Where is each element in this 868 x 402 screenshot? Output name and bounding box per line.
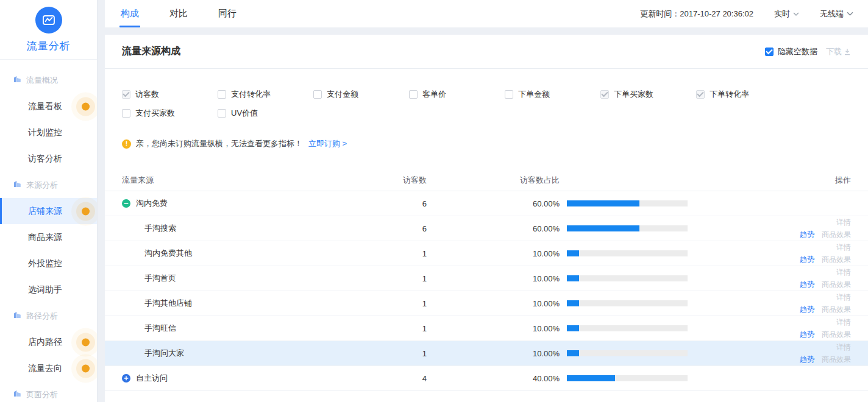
source-label: 手淘旺信 [144,323,176,334]
op-detail-link[interactable]: 详情 [836,241,851,253]
checkbox-icon [122,109,130,118]
sidebar-section: 路径分析 [0,303,97,329]
collapse-toggle-icon[interactable] [122,199,130,208]
column-header-visitors: 访客数 [390,175,427,186]
operations-cell: 详情趋势商品效果 [688,341,868,365]
op-trend-link[interactable]: 趋势 [800,228,814,241]
download-link[interactable]: 下载 [826,46,851,57]
sidebar-item[interactable]: 店铺来源 [0,198,97,224]
op-trend-link[interactable]: 趋势 [800,253,814,266]
sidebar-item[interactable]: 计划监控 [0,119,97,146]
sidebar-item-label: 选词助手 [28,284,62,295]
sidebar-item[interactable]: 流量去向 [0,355,97,381]
visitors-value: 1 [390,249,427,258]
source-label: 手淘首页 [144,273,176,284]
metric-checkbox[interactable]: 访客数 [122,89,218,100]
expand-toggle-icon[interactable] [122,374,130,383]
topbar: 构成对比同行 更新时间：2017-10-27 20:36:02 实时 无线端 [105,0,868,27]
ratio-bar [567,300,688,306]
sidebar-item-label: 店内路径 [28,337,62,348]
metric-checkbox[interactable]: 支付转化率 [218,89,313,100]
metric-label: UV价值 [231,108,258,119]
source-cell: 自主访问 [105,373,390,384]
update-time: 更新时间：2017-10-27 20:36:02 [640,9,753,19]
sidebar-item[interactable]: 选词助手 [0,277,97,303]
ops-second-row: 趋势商品效果 [800,328,851,340]
op-product-effect-link[interactable]: 商品效果 [822,278,851,291]
op-detail-link[interactable]: 详情 [836,216,851,228]
ratio-value: 10.00% [427,274,560,283]
section-icon [13,180,21,189]
ratio-cell: 10.00% [427,274,688,283]
op-product-effect-link[interactable]: 商品效果 [822,328,851,340]
op-trend-link[interactable]: 趋势 [800,328,814,340]
sidebar-item-label: 流量看板 [28,101,62,112]
notification-dot-icon [82,102,90,110]
source-label: 淘内免费其他 [144,248,192,259]
realtime-dropdown-label: 实时 [774,9,790,19]
metric-checkbox[interactable]: UV价值 [218,108,313,119]
download-label: 下载 [826,46,842,57]
sidebar-item-label: 外投监控 [28,258,62,269]
ratio-value: 40.00% [427,374,560,383]
device-dropdown[interactable]: 无线端 [820,9,853,19]
op-detail-link[interactable]: 详情 [836,266,851,278]
op-trend-link[interactable]: 趋势 [800,303,814,316]
section-icon [13,76,21,85]
checkbox-icon [505,90,513,99]
table-header-row: 流量来源 访客数 访客数占比 操作 [105,170,868,191]
realtime-dropdown[interactable]: 实时 [774,9,799,19]
op-detail-link[interactable]: 详情 [836,291,851,303]
tab-bar: 构成对比同行 [121,0,237,27]
ratio-bar [567,275,688,281]
op-trend-link[interactable]: 趋势 [800,278,814,291]
source-cell: 手淘旺信 [105,323,390,334]
metric-checkbox[interactable]: 客单价 [409,89,505,100]
metric-checkbox[interactable]: 支付金额 [313,89,409,100]
op-trend-link[interactable]: 趋势 [800,353,814,365]
op-product-effect-link[interactable]: 商品效果 [822,228,851,241]
hide-empty-data-checkbox[interactable]: 隐藏空数据 [765,46,817,57]
app-root: 流量分析 流量概况流量看板计划监控访客分析来源分析店铺来源商品来源外投监控选词助… [0,0,868,402]
sidebar-item[interactable]: 流量看板 [0,93,97,119]
tab-item[interactable]: 对比 [169,0,188,27]
op-product-effect-link[interactable]: 商品效果 [822,253,851,266]
ratio-cell: 40.00% [427,374,688,383]
metric-checkbox[interactable]: 下单转化率 [696,89,792,100]
metric-checkbox[interactable]: 下单金额 [505,89,600,100]
column-header-operations: 操作 [688,175,868,186]
column-header-source: 流量来源 [105,175,390,186]
metric-label: 访客数 [135,89,159,100]
operations-cell: 详情趋势商品效果 [688,241,868,266]
ratio-bar-fill [567,300,579,306]
op-product-effect-link[interactable]: 商品效果 [822,353,851,365]
checkbox-icon [696,90,705,99]
subscribe-now-link[interactable]: 立即订购 > [308,138,347,149]
sidebar-section: 页面分析 [0,381,97,402]
app-logo[interactable]: 流量分析 [0,0,97,60]
op-detail-link[interactable]: 详情 [836,316,851,328]
ops-second-row: 趋势商品效果 [800,303,851,316]
notice-text: 亲，您尚未订购流量纵横，无法查看更多指标！ [136,138,302,149]
visitors-value: 1 [390,274,427,283]
panel-header: 流量来源构成 隐藏空数据 下载 [105,35,868,69]
tab-active[interactable]: 构成 [121,0,139,27]
source-cell: 手淘问大家 [105,348,390,359]
device-dropdown-label: 无线端 [820,9,844,19]
sidebar-item-label: 商品来源 [28,232,62,243]
notification-dot-icon [82,364,90,372]
sidebar-section-label: 来源分析 [26,180,58,191]
op-product-effect-link[interactable]: 商品效果 [822,303,851,316]
sidebar-item[interactable]: 访客分析 [0,146,97,172]
source-label: 淘内免费 [136,198,168,209]
sidebar-item[interactable]: 商品来源 [0,224,97,250]
sidebar-item[interactable]: 外投监控 [0,250,97,277]
operations-cell: 详情趋势商品效果 [688,291,868,316]
sidebar-item[interactable]: 店内路径 [0,329,97,355]
sidebar-section-label: 路径分析 [26,311,58,322]
metric-checkbox[interactable]: 下单买家数 [600,89,696,100]
metric-checkbox[interactable]: 支付买家数 [122,108,218,119]
tab-item[interactable]: 同行 [218,0,237,27]
op-detail-link[interactable]: 详情 [836,341,851,353]
main-area: 构成对比同行 更新时间：2017-10-27 20:36:02 实时 无线端 流… [105,0,868,402]
